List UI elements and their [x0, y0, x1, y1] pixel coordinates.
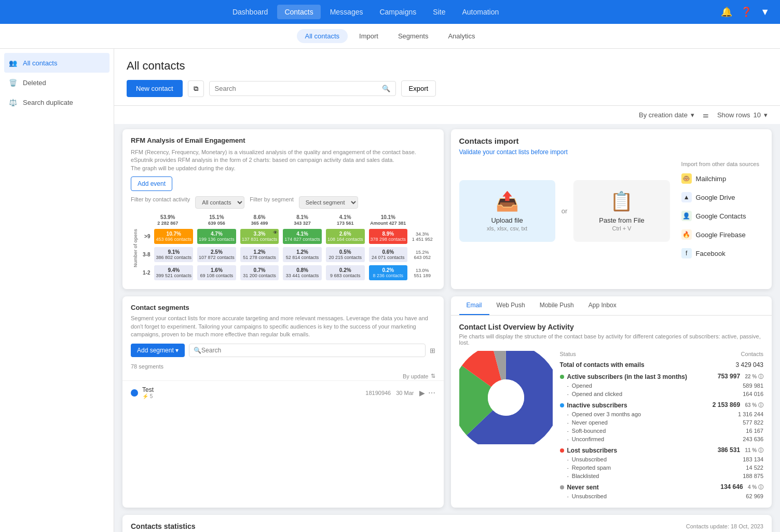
search-icon: 🔍: [382, 85, 390, 92]
stats-table-header: Status Contacts: [560, 351, 764, 357]
nav-site[interactable]: Site: [426, 5, 453, 19]
tab-email[interactable]: Email: [459, 296, 489, 315]
tab-web-push[interactable]: Web Push: [489, 296, 532, 315]
activity-desc: Pie charts will display the structure of…: [451, 333, 772, 351]
filter-button[interactable]: ⧉: [188, 80, 204, 97]
add-segment-chevron-icon: ▾: [175, 347, 179, 354]
stats-table: Status Contacts Total of contacts with e…: [560, 351, 764, 500]
source-google-drive-label: Google Drive: [696, 194, 735, 201]
rfm-description: RFM (Recency, Frequency, Monetary) is a …: [122, 148, 444, 176]
rfm-title: RFM Analysis of Email Engagement: [122, 129, 444, 148]
segment-dot-icon: [131, 389, 138, 397]
content-area: All contacts New contact ⧉ 🔍 Export By c…: [114, 49, 780, 532]
facebook-logo: f: [681, 248, 692, 258]
opened-clicked-label: -Opened and clicked: [567, 391, 623, 397]
filter-segment-select[interactable]: Select segment: [299, 196, 358, 209]
stats-panel-title: Contacts statistics: [131, 522, 195, 530]
sort-chevron-icon: ▾: [691, 111, 694, 119]
never-sent-row: Never sent 134 646 4 % ⓘ: [560, 482, 764, 492]
never-sent-unsub-label: -Unsubscribed: [567, 493, 607, 499]
segments-search-input[interactable]: [201, 347, 420, 354]
unconfirmed-row: -Unconfirmed 243 636: [560, 435, 764, 443]
never-sent-value: 134 646 4 % ⓘ: [720, 483, 763, 491]
page-title: All contacts: [127, 59, 768, 73]
source-facebook[interactable]: f Facebook: [681, 246, 759, 261]
subnav-segments[interactable]: Segments: [390, 29, 437, 43]
google-drive-logo: ▲: [681, 192, 692, 202]
blacklisted-row: -Blacklisted 188 875: [560, 472, 764, 480]
source-google-firebase[interactable]: 🔥 Google Firebase: [681, 227, 759, 242]
sidebar-item-all-contacts[interactable]: 👥 All contacts: [4, 53, 110, 73]
sidebar-item-search-duplicate[interactable]: ⚖️ Search duplicate: [0, 92, 114, 112]
paste-file-area[interactable]: 📋 Paste from File Ctrl + V: [573, 180, 669, 242]
panels-container: RFM Analysis of Email Engagement RFM (Re…: [114, 124, 780, 532]
source-google-contacts[interactable]: 👤 Google Contacts: [681, 209, 759, 223]
tab-app-inbox[interactable]: App Inbox: [581, 296, 624, 315]
export-button[interactable]: Export: [401, 80, 436, 97]
contacts-stats-panel: Contacts statistics Contacts update: 18 …: [122, 515, 772, 532]
import-panel: Contacts import Validate your contact li…: [451, 129, 772, 289]
nav-automation[interactable]: Automation: [455, 5, 506, 19]
account-icon[interactable]: ▼: [760, 7, 770, 18]
sidebar-label-search-duplicate: Search duplicate: [23, 99, 73, 106]
search-input[interactable]: [215, 85, 382, 92]
sort-by-creation[interactable]: By creation date ▾: [639, 111, 694, 119]
segment-more-icon[interactable]: ⋯: [428, 389, 435, 397]
sort-bar: By creation date ▾ ⚌ Show rows 10 ▾: [114, 106, 780, 124]
rfm-table-wrapper: 53.9%2 282 867 15.1%639 056 8.6%365 499 …: [122, 213, 444, 289]
segments-grid-icon[interactable]: ⊞: [430, 347, 435, 354]
sort-label: By creation date: [639, 111, 688, 119]
import-title: Contacts import: [451, 129, 772, 147]
inactive-value: 2 153 869 63 % ⓘ: [713, 401, 763, 409]
help-icon[interactable]: ❓: [741, 6, 752, 18]
soft-bounced-value: 16 167: [746, 428, 763, 434]
segments-panel: Contact segments Segment your contact li…: [122, 296, 444, 508]
nav-campaigns[interactable]: Campaigns: [372, 5, 423, 19]
new-contact-button[interactable]: New contact: [127, 80, 183, 97]
contacts-header: All contacts New contact ⧉ 🔍 Export: [114, 49, 780, 106]
segment-item-test[interactable]: Test ⚡ 5 18190946 30 Mar ▶ ⋯: [122, 380, 444, 404]
nav-messages[interactable]: Messages: [323, 5, 371, 19]
unsubscribed-row: -Unsubscribed 183 134: [560, 455, 764, 463]
opened-3mo-row: -Opened over 3 months ago 1 316 244: [560, 410, 764, 418]
segment-play-icon[interactable]: ▶: [419, 389, 425, 397]
add-segment-button[interactable]: Add segment ▾: [131, 344, 185, 357]
source-google-drive[interactable]: ▲ Google Drive: [681, 190, 759, 204]
rfm-note: The graph will be updated during the day…: [131, 165, 236, 171]
sidebar-item-deleted[interactable]: 🗑️ Deleted: [0, 73, 114, 92]
subnav-all-contacts[interactable]: All contacts: [297, 29, 348, 43]
import-validate-link[interactable]: Validate your contact lists before impor…: [451, 147, 772, 161]
activity-body: Status Contacts Total of contacts with e…: [451, 351, 772, 508]
upload-file-area[interactable]: 📤 Upload file xls, xlsx, csv, txt: [459, 180, 555, 242]
add-event-button[interactable]: Add event: [131, 176, 172, 191]
add-segment-label: Add segment: [137, 347, 174, 354]
segments-search-icon: 🔍: [194, 347, 201, 354]
never-sent-dot: [560, 485, 564, 489]
filter-contact-label: Filter by contact activity: [131, 196, 190, 209]
bell-icon[interactable]: 🔔: [721, 6, 732, 18]
nav-contacts[interactable]: Contacts: [277, 5, 320, 19]
mailchimp-logo: 🐵: [681, 173, 692, 184]
import-sources-title: Import from other data sources: [681, 161, 759, 167]
svg-point-4: [488, 379, 524, 416]
filter-contact-select[interactable]: All contacts: [195, 196, 244, 209]
contacts-toolbar: New contact ⧉ 🔍 Export: [127, 80, 768, 97]
contacts-header: Contacts: [741, 351, 763, 357]
show-rows-select[interactable]: Show rows 10 ▾: [717, 111, 768, 119]
tab-mobile-push[interactable]: Mobile Push: [532, 296, 581, 315]
subnav-analytics[interactable]: Analytics: [440, 29, 483, 43]
never-opened-label: -Never opened: [567, 419, 608, 426]
sub-nav: All contacts Import Segments Analytics: [0, 24, 780, 49]
lost-group-row: Lost subscribers 386 531 11 % ⓘ: [560, 445, 764, 455]
filter-icon-2[interactable]: ⚌: [703, 111, 709, 119]
nav-dashboard[interactable]: Dashboard: [225, 5, 276, 19]
unconfirmed-label: -Unconfirmed: [567, 436, 605, 442]
segment-sort[interactable]: By update ⇅: [122, 372, 444, 380]
stats-update-label: Contacts update: 18 Oct, 2023: [686, 523, 763, 529]
google-contacts-logo: 👤: [681, 211, 692, 221]
never-sent-label: Never sent: [560, 483, 599, 491]
filter-icon: ⧉: [194, 85, 198, 92]
subnav-import[interactable]: Import: [351, 29, 387, 43]
never-sent-unsub-row: -Unsubscribed 62 969: [560, 492, 764, 500]
source-mailchimp[interactable]: 🐵 Mailchimp: [681, 171, 759, 186]
